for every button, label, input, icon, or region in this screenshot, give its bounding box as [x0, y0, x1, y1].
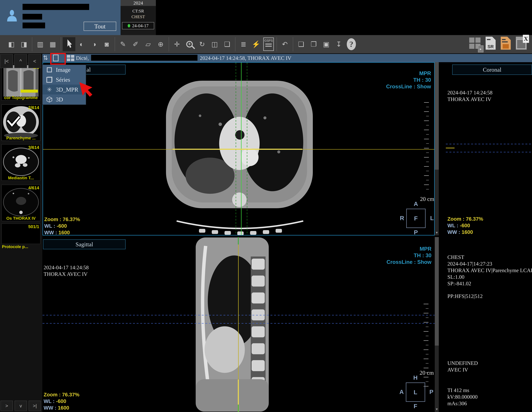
report-document-icon[interactable]: [501, 37, 511, 50]
scroll-down-button[interactable]: v: [15, 401, 27, 411]
crossline-axial-dashed[interactable]: [446, 144, 532, 144]
next-page-button[interactable]: >: [0, 401, 13, 411]
undo-button[interactable]: ↶: [279, 37, 291, 51]
thumbnail-caption: Mediastin T...: [2, 176, 40, 180]
monitor-layout-icon[interactable]: ▸: [469, 37, 481, 49]
toolbar-separator: [61, 37, 61, 51]
thumbnail-protocole[interactable]: 501/1: [1, 224, 40, 244]
app-header: Tout 2024 CT:SR CHEST 24-04-17 01: [0, 0, 532, 35]
orientation-center: F: [414, 215, 418, 222]
study-description: CHEST: [121, 14, 156, 19]
sagittal-scrollbar[interactable]: ▾: [435, 237, 439, 412]
image-compare-button[interactable]: ❑: [221, 37, 233, 51]
pan-button[interactable]: ✛: [171, 37, 183, 51]
orientation-box[interactable]: F: [406, 209, 426, 228]
study-year-tab[interactable]: 2024: [121, 0, 156, 6]
ww-label: WW :: [44, 405, 57, 411]
tech-line: kV:80.000000: [447, 394, 478, 400]
axial-scrollbar[interactable]: ▾: [435, 62, 439, 235]
thumbnail-index: 4/614: [28, 185, 39, 190]
patient-id-redacted: [23, 14, 42, 19]
erase-button[interactable]: ▱: [142, 37, 154, 51]
viewport-sagittal[interactable]: Sagittal 2024-04-17 14:24:58 THORAX AVEC…: [43, 237, 435, 412]
orientation-right: L: [430, 215, 434, 221]
pointer-icon: [65, 39, 73, 49]
gsps-button[interactable]: GSPS: [262, 37, 275, 51]
viewport-axial[interactable]: Axial MPR TH : 30 CrossLine : Show Zoom …: [43, 62, 435, 235]
close-viewer-icon[interactable]: X: [516, 37, 527, 50]
red-highlight-annotation: [50, 53, 66, 65]
tech-line: TI 412 ms: [447, 387, 478, 394]
export-series-button[interactable]: ❏: [295, 37, 307, 51]
crossline-axial-dashed[interactable]: [446, 152, 532, 152]
zoom-in-button[interactable]: [183, 37, 196, 51]
cine-stack-button[interactable]: ≣: [237, 37, 250, 51]
last-page-button[interactable]: >|: [28, 401, 41, 411]
collapse-up-button[interactable]: ^: [14, 54, 27, 68]
first-series-button[interactable]: |<: [0, 54, 13, 68]
ww-value: 1600: [58, 230, 70, 235]
smart-pointer-button[interactable]: ⚡: [250, 37, 262, 51]
mode-label: MPR: [386, 70, 431, 77]
thumbnail-mediastin[interactable]: 3/614 Mediastin T...: [1, 144, 40, 181]
layout-monitor-dual-button[interactable]: ◨: [18, 37, 30, 51]
study-title-label: 2024-04-17 14:24:58, THORAX AVEC IV: [200, 55, 291, 61]
layout-series-button[interactable]: ▥: [34, 37, 47, 51]
previous-button[interactable]: <: [28, 54, 41, 68]
toolbar-separator: [115, 37, 115, 51]
crossline-coronal-thick[interactable]: [172, 149, 302, 150]
orientation-widget: 20 cm H A L P F: [397, 369, 434, 410]
viewport-coronal[interactable]: Coronal 2024-04-17 14:24:58 THORAX AVEC …: [446, 62, 532, 237]
wl-value: -600: [57, 223, 67, 229]
viewport-source-axial[interactable]: CHEST 2024-04-17|14:27:23 THORAX AVEC IV…: [446, 237, 532, 412]
menu-item-label: Séries: [56, 76, 70, 83]
mpr-status-overlay: MPR TH : 30 CrossLine : Show: [386, 70, 431, 90]
orientation-bottom: F: [414, 403, 417, 410]
thumbnail-parenchyme[interactable]: 2/614 Parenchyme ...: [1, 104, 40, 141]
annotation-frame-button[interactable]: ▣: [320, 37, 332, 51]
orientation-center: L: [414, 389, 417, 396]
window-level-preset-button[interactable]: ◑: [88, 37, 100, 51]
invert-button[interactable]: ◙: [100, 37, 113, 51]
series-datetime: 2024-04-17 14:24:58: [447, 89, 493, 96]
study-date-chip[interactable]: 24-04-17: [122, 22, 154, 29]
menu-item-image[interactable]: Image: [42, 65, 86, 75]
info-line: CHEST: [447, 254, 532, 260]
mode-label: MPR: [387, 246, 431, 252]
thumbnail-os-thorax[interactable]: 4/614 Os THORAX IV: [1, 185, 40, 221]
window-level-button[interactable]: ◐: [75, 37, 88, 51]
patient-name-redacted-bar: [91, 55, 198, 61]
thickness-label: TH : 30: [386, 77, 431, 83]
measure-button[interactable]: ✐: [129, 37, 142, 51]
sr-report-icon[interactable]: SR: [486, 37, 496, 50]
status-line: AVEC IV: [447, 366, 478, 373]
layout-monitor-single-button[interactable]: ◧: [5, 37, 18, 51]
toolbar-separator: [276, 37, 277, 51]
ww-value: 1600: [58, 405, 69, 411]
patient-banner: Tout: [0, 0, 121, 35]
save-image-button[interactable]: ↧: [332, 37, 345, 51]
coronal-plane-tick-left: [446, 148, 455, 148]
pointer-tool-button[interactable]: [63, 37, 75, 51]
series-compare-button[interactable]: ◫: [208, 37, 221, 51]
info-line: THORAX AVEC IV|Parenchyme LCAD THORAX IV: [447, 267, 532, 274]
rotate-button[interactable]: ↻: [196, 37, 208, 51]
thumbnail-index: 3/614: [28, 145, 39, 150]
layout-grid-button[interactable]: ▦: [47, 37, 59, 51]
reorder-icon[interactable]: ⇅: [43, 54, 48, 61]
tout-filter-button[interactable]: Tout: [84, 22, 116, 31]
series-layout-icon: [46, 77, 53, 83]
thumbnail-topogram[interactable]: 1/1 cor Topogramme: [1, 64, 40, 101]
localizer-button[interactable]: ⊕: [154, 37, 167, 51]
mpr-status-overlay: MPR TH : 30 CrossLine : Show: [387, 246, 431, 265]
orientation-bottom: P: [414, 229, 418, 235]
orientation-box[interactable]: L: [406, 383, 425, 402]
sagittal-plane-tick-bottom: [238, 404, 239, 412]
series-name: THORAX AVEC IV: [44, 271, 89, 277]
series-layout-icon[interactable]: [67, 55, 74, 61]
pixel-info-overlay: PP:HFS|512|512: [447, 293, 483, 299]
export-image-button[interactable]: ❐: [307, 37, 320, 51]
help-button[interactable]: ?: [345, 37, 358, 51]
pp-line: PP:HFS|512|512: [447, 293, 483, 299]
annotate-button[interactable]: ✎: [117, 37, 129, 51]
